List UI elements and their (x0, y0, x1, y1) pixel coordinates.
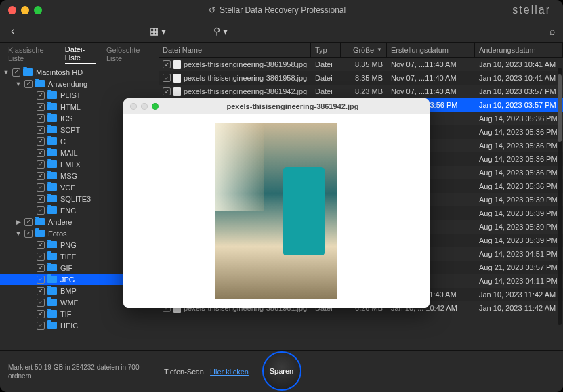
tab-classic[interactable]: Klassische Liste (8, 46, 54, 64)
file-type: Datei (311, 74, 341, 82)
tree-item-macintosh-hd[interactable]: ▼✓Macintosh HD (0, 66, 159, 78)
preview-max-icon[interactable] (152, 103, 159, 110)
save-button[interactable]: Sparen (262, 351, 301, 391)
tree-label: HEIC (60, 322, 78, 330)
folder-icon (47, 195, 57, 202)
tools-icon[interactable]: ⚲ ▾ (213, 26, 228, 37)
expander-icon[interactable]: ▼ (15, 230, 22, 237)
folder-icon (47, 183, 57, 191)
checkbox[interactable]: ✓ (163, 74, 171, 82)
view-tabs: Klassische Liste Datei-Liste Gelöschte L… (0, 43, 159, 66)
folder-icon (47, 149, 57, 156)
back-icon[interactable]: ‹ (11, 25, 14, 37)
file-modified: Jan 10, 2023 03:57 PM (475, 87, 563, 95)
preview-titlebar: pexels-thisisengineering-3861942.jpg (123, 98, 430, 114)
file-modified: Aug 14, 2023 05:39 PM (475, 223, 563, 231)
folder-icon (47, 322, 57, 329)
preview-min-icon[interactable] (141, 103, 148, 110)
checkbox[interactable]: ✓ (12, 68, 20, 77)
col-type[interactable]: Typ (311, 43, 341, 57)
checkbox[interactable]: ✓ (37, 253, 45, 261)
tree-item-heic[interactable]: ✓HEIC (0, 320, 159, 331)
checkbox[interactable]: ✓ (37, 264, 45, 272)
minimize-icon[interactable] (21, 6, 29, 14)
deep-scan: Tiefen-Scan Hier klicken (164, 368, 249, 376)
checkbox[interactable]: ✓ (163, 87, 171, 95)
close-icon[interactable] (8, 6, 16, 14)
search-icon[interactable]: ⌕ (549, 26, 555, 37)
col-modified[interactable]: Änderungsdatum (475, 43, 563, 57)
file-modified: Aug 14, 2023 04:11 PM (475, 277, 563, 285)
tree-label: C (60, 137, 66, 146)
tab-deleted[interactable]: Gelöschte Liste (106, 46, 150, 64)
scrollbar[interactable] (558, 68, 562, 325)
file-modified: Aug 14, 2023 05:39 PM (475, 196, 563, 204)
file-modified: Jan 10, 2023 11:42 AM (475, 304, 563, 312)
checkbox[interactable]: ✓ (37, 172, 45, 180)
folder-icon (47, 287, 57, 295)
checkbox[interactable]: ✓ (37, 241, 45, 249)
checkbox[interactable]: ✓ (37, 183, 45, 192)
expander-icon[interactable]: ▶ (15, 219, 22, 225)
checkbox[interactable]: ✓ (37, 276, 45, 284)
preview-close-icon[interactable] (130, 103, 137, 110)
checkbox[interactable]: ✓ (37, 149, 45, 157)
grid-view-icon[interactable]: ▦ ▾ (150, 26, 166, 37)
file-row[interactable]: ✓pexels-thisisengineering-3861942.jpgDat… (159, 85, 563, 98)
expander-icon[interactable]: ▼ (15, 81, 22, 87)
preview-body (123, 114, 430, 308)
checkbox[interactable]: ✓ (37, 137, 45, 146)
checkbox[interactable]: ✓ (24, 230, 33, 238)
tree-label: ENC (60, 206, 76, 215)
titlebar: ↺ Stellar Data Recovery Professional ste… (0, 0, 563, 20)
checkbox[interactable]: ✓ (37, 322, 45, 330)
checkbox[interactable]: ✓ (37, 299, 45, 307)
column-headers: Datei Name Typ Größe▼ Erstellungsdatum Ä… (159, 43, 563, 58)
col-name[interactable]: Datei Name (159, 43, 311, 57)
checkbox[interactable]: ✓ (37, 310, 45, 318)
tab-file[interactable]: Datei-Liste (65, 45, 96, 64)
traffic-lights (8, 6, 42, 14)
file-modified: Aug 14, 2023 05:36 PM (475, 128, 563, 136)
checkbox[interactable]: ✓ (37, 126, 45, 134)
file-created: Nov 07, ...11:40 AM (387, 74, 475, 82)
checkbox[interactable]: ✓ (37, 91, 45, 100)
tree-label: ICS (60, 114, 72, 123)
tree-item-anwendung[interactable]: ▼✓Anwendung (0, 78, 159, 89)
file-modified: Aug 14, 2023 05:39 PM (475, 236, 563, 244)
file-row[interactable]: ✓pexels-thisisengineering-3861958.jpgDat… (159, 71, 563, 85)
checkbox[interactable]: ✓ (37, 287, 45, 295)
file-modified: Aug 14, 2023 05:36 PM (475, 114, 563, 123)
checkbox[interactable]: ✓ (37, 160, 45, 169)
sort-desc-icon: ▼ (377, 47, 382, 53)
folder-icon (35, 230, 45, 237)
tree-label: Fotos (48, 230, 67, 238)
expander-icon[interactable]: ▼ (3, 69, 9, 76)
tree-label: PLIST (60, 91, 81, 100)
folder-icon (47, 310, 57, 318)
checkbox[interactable]: ✓ (37, 195, 45, 203)
file-size: 8.35 MB (341, 74, 387, 82)
checkbox[interactable]: ✓ (37, 206, 45, 215)
file-row[interactable]: ✓pexels-thisisengineering-3861958.jpgDat… (159, 58, 563, 71)
tree-label: MAIL (60, 149, 78, 157)
folder-icon (35, 80, 45, 87)
checkbox[interactable]: ✓ (24, 218, 33, 226)
tree-label: BMP (60, 287, 77, 295)
col-size[interactable]: Größe▼ (341, 43, 387, 57)
file-icon (173, 87, 181, 96)
checkbox[interactable]: ✓ (24, 80, 33, 88)
checkbox[interactable]: ✓ (37, 114, 45, 123)
folder-icon (47, 91, 57, 99)
checkbox[interactable]: ✓ (37, 103, 45, 111)
file-name: pexels-thisisengineering-3861958.jpg (184, 60, 307, 68)
maximize-icon[interactable] (34, 6, 42, 14)
file-name: pexels-thisisengineering-3861958.jpg (184, 74, 307, 82)
folder-icon (47, 276, 57, 283)
file-type: Datei (311, 60, 341, 68)
checkbox[interactable]: ✓ (163, 60, 171, 68)
scroll-thumb[interactable] (558, 74, 562, 142)
deep-scan-link[interactable]: Hier klicken (210, 368, 249, 376)
col-created[interactable]: Erstellungsdatum (387, 43, 475, 57)
tree-item-tif[interactable]: ✓TIF (0, 308, 159, 320)
